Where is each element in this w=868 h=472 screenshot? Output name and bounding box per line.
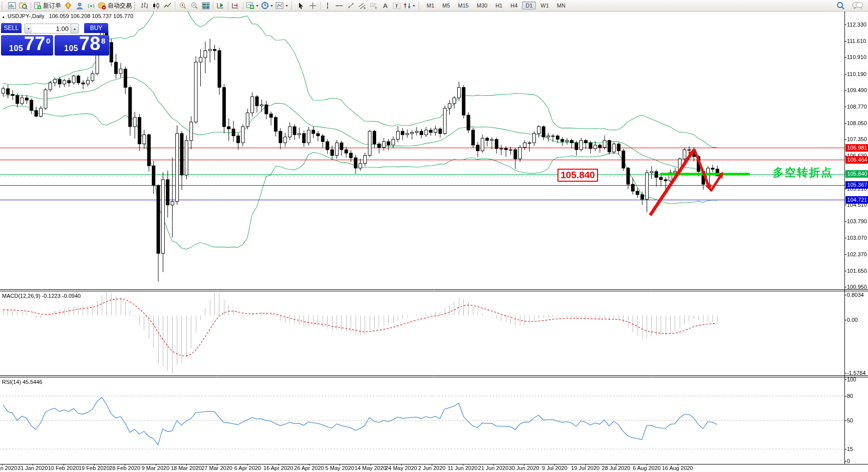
timeframe-button-D1[interactable]: D1 [522,2,536,10]
new-chart-button[interactable] [6,1,18,11]
time-axis-label: 10 Feb 2020 [48,465,79,471]
ask-price-pip: 8 [101,37,105,45]
macd-axis-tick: -1.5784 [847,370,865,376]
rsi-axis-tick: 15 [847,446,853,452]
timeframe-button-W1[interactable]: W1 [537,2,552,10]
templates-button[interactable]: ▼ [274,1,290,11]
chart-ohlc-values: 106.059 106.208 105.737 105.770 [49,13,133,19]
zoom-in-button[interactable] [177,1,188,11]
toolbar-separator [243,2,243,10]
time-axis-label: 18 Mar 2020 [171,465,202,471]
time-axis-label: 21 Jun 2020 [478,465,509,471]
periods-dropdown-caret[interactable]: ▼ [270,4,273,8]
bid-price-base: 105 [9,44,23,53]
toolbar-grip [291,2,294,10]
macd-label: MACD(12,26,9) -0.1223 -0.0940 [2,293,81,299]
sell-button[interactable]: SELL [1,23,22,33]
time-axis-label: 27 Mar 2020 [201,465,232,471]
rsi-label: RSI(14) 45.5446 [2,379,43,385]
time-axis-label: 26 Apr 2020 [294,465,324,471]
signals-icon[interactable] [74,1,85,11]
price-flag-105840[interactable]: 105.840 [557,169,598,182]
periods-button[interactable]: ▼ [260,1,274,11]
toolbar-separator [320,2,321,10]
time-axis-label: 6 Apr 2020 [234,465,261,471]
timeframe-button-H1[interactable]: H1 [492,2,506,10]
price-level-badge: 105.840 [845,170,868,178]
price-axis-tick: 103.070 [847,235,867,241]
toolbar-grip [418,2,421,10]
timeframe-button-MN[interactable]: MN [553,2,569,10]
timeframe-button-M30[interactable]: M30 [473,2,491,10]
search-icon[interactable] [834,1,846,11]
ask-price-display[interactable]: 105 78 8 [55,35,109,56]
indicators-dropdown-caret[interactable]: ▼ [255,4,259,8]
bid-price-main: 77 [24,35,45,55]
time-axis-label: 9 Mar 2020 [142,465,170,471]
buy-button[interactable]: BUY [84,23,108,33]
price-axis-tick: 102.370 [847,251,867,257]
price-level-badge: 105.367 [845,181,868,189]
price-axis-tick: 110.910 [847,54,866,60]
rsi-axis-tick: 80 [847,393,853,399]
cursor-tool-button[interactable] [296,1,307,11]
turning-point-note[interactable]: 多空转折点 [773,165,833,180]
tile-windows-button[interactable] [200,1,211,11]
volume-increase-button[interactable]: ▲ [71,24,79,34]
time-axis-label: 24 May 2020 [385,465,417,471]
auto-scroll-button[interactable] [215,1,226,11]
price-axis-tick: 101.650 [847,268,867,274]
time-axis-label: 16 Aug 2020 [662,465,693,471]
candlestick-type-button[interactable] [150,1,162,11]
autotrading-button[interactable]: 自动交易 [97,1,133,11]
trendline-tool-button[interactable] [345,1,357,11]
chart-profiles-button[interactable] [18,1,29,11]
fibonacci-tool-button[interactable]: F [368,1,380,11]
templates-dropdown-caret[interactable]: ▼ [285,4,288,8]
time-axis-label: 2 Jun 2020 [418,465,445,471]
toolbar-separator [175,2,175,10]
time-axis-label: 19 Feb 2020 [79,465,110,471]
chart-title: ▴ USDJPY-,Daily 106.059 106.208 105.737 … [3,13,133,19]
svg-text:E: E [364,7,366,10]
time-axis-label: 14 May 2020 [355,465,387,471]
text-tool-button[interactable]: A [380,1,391,11]
new-order-button[interactable]: 新订单 [33,1,62,11]
price-level-badge: 106.464 [845,156,868,164]
horizontal-line-tool-button[interactable] [334,1,345,11]
timeframe-button-M5[interactable]: M5 [439,2,453,10]
zoom-out-button[interactable] [188,1,200,11]
arrows-tool-button[interactable]: ▼ [403,1,417,11]
vertical-line-tool-button[interactable] [322,1,334,11]
price-axis-tick: 108.050 [847,120,867,126]
bid-price-display[interactable]: 105 77 0 [1,35,53,56]
new-order-label: 新订单 [43,2,61,10]
crosshair-tool-button[interactable] [307,1,319,11]
time-axis-label: 11 Jun 2020 [448,465,478,471]
toolbar-grip [2,2,4,10]
equidistant-channel-tool-button[interactable]: E [357,1,368,11]
bar-chart-type-button[interactable] [139,1,150,11]
timeframe-button-M15[interactable]: M15 [454,2,472,10]
timeframe-button-H4[interactable]: H4 [507,2,521,10]
price-axis-tick: 103.790 [847,218,867,224]
price-axis-tick: 100.950 [847,284,867,290]
chat-icon[interactable] [851,1,864,11]
market-icon[interactable] [62,1,74,11]
volume-input[interactable] [32,24,71,34]
price-axis-tick: 112.330 [847,22,866,28]
text-label-tool-button[interactable]: T [391,1,403,11]
price-level-badge: 104.721 [845,196,868,204]
arrows-dropdown-caret[interactable]: ▼ [412,4,416,8]
toolbar-separator [31,2,31,10]
volume-decrease-button[interactable]: ▼ [25,24,33,34]
rsi-axis-tick: 100 [847,376,856,382]
news-broadcast-icon[interactable] [85,1,97,11]
time-axis-label: 22 Jan 2020 [0,465,17,471]
line-chart-type-button[interactable] [162,1,173,11]
timeframe-toolbar: M1M5M15M30H1H4D1W1MN [423,2,569,10]
indicators-button[interactable]: ▼ [245,1,260,11]
chart-shift-button[interactable] [230,1,241,11]
price-chart-canvas[interactable] [0,0,868,472]
timeframe-button-M1[interactable]: M1 [423,2,438,10]
